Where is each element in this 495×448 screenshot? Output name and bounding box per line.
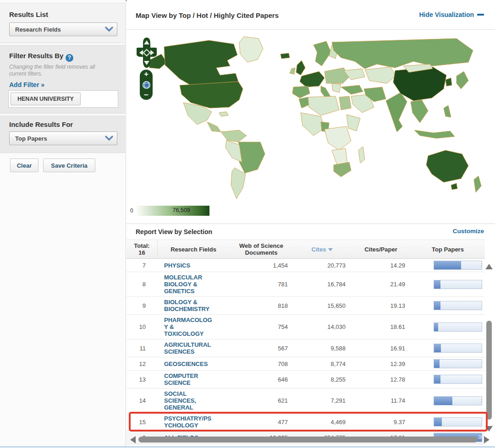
- row-rank: 10: [126, 323, 158, 330]
- zoom-in-button[interactable]: +: [144, 71, 148, 77]
- row-field-link[interactable]: PSYCHIATRY/PS YCHOLOGY: [164, 415, 211, 429]
- top-papers-bar-fill: [434, 344, 441, 352]
- collapse-minus-icon: [477, 14, 484, 16]
- row-field-link[interactable]: SOCIAL SCIENCES, GENERAL: [164, 390, 196, 411]
- top-papers-bar-fill: [434, 375, 440, 383]
- scroll-up-arrow[interactable]: [485, 264, 493, 269]
- row-field-link[interactable]: BIOLOGY & BIOCHEMISTRY: [164, 299, 209, 312]
- row-rank: 9: [126, 302, 158, 309]
- top-papers-bar-label: 2: [481, 398, 482, 403]
- column-header-wos-documents[interactable]: Web of Science Documents: [229, 240, 293, 258]
- row-rank: 15: [126, 419, 158, 426]
- top-papers-bar: [434, 359, 482, 368]
- world-map[interactable]: [136, 32, 487, 202]
- row-cites: 20,773: [293, 262, 351, 269]
- top-papers-bar: [434, 375, 482, 384]
- report-view-title: Report View by Selection: [136, 228, 212, 235]
- row-cites-per-paper: 18.61: [351, 323, 411, 330]
- region-south-america[interactable]: [221, 130, 265, 199]
- column-header-research-fields[interactable]: Research Fields: [158, 240, 229, 258]
- top-papers-bar: 2: [434, 396, 482, 405]
- filter-section: Filter Results By ? Changing the filter …: [0, 45, 125, 114]
- horizontal-scrollbar-thumb[interactable]: [138, 437, 478, 443]
- top-papers-bar-fill: [434, 418, 442, 426]
- column-header-cites[interactable]: Cites: [293, 240, 351, 258]
- row-cites-per-paper: 19.13: [351, 302, 411, 309]
- results-list-dropdown-value: Research Fields: [15, 26, 61, 33]
- region-africa[interactable]: [299, 96, 365, 177]
- region-north-america[interactable]: [148, 37, 263, 132]
- map-pan-control[interactable]: [137, 38, 157, 68]
- legend-min-value: 0: [130, 208, 133, 214]
- row-field-link[interactable]: PHYSICS: [164, 262, 190, 269]
- row-cites-per-paper: 16.91: [351, 345, 411, 352]
- top-papers-bar: [434, 344, 482, 353]
- column-header-cites-per-paper[interactable]: Cites/Paper: [351, 240, 411, 258]
- top-papers-bar-fill: [434, 323, 438, 331]
- top-papers-bar: [434, 280, 482, 289]
- report-view-header: Report View by Selection Customize: [126, 224, 495, 240]
- results-list-dropdown[interactable]: Research Fields: [9, 22, 117, 36]
- row-docs: 754: [229, 323, 293, 330]
- row-cites: 14,030: [293, 323, 351, 330]
- vertical-scrollbar-thumb[interactable]: [486, 321, 492, 420]
- row-rank: 7: [126, 262, 158, 269]
- add-filter-link[interactable]: Add Filter »: [9, 81, 44, 88]
- row-cites-per-paper: 12.39: [351, 361, 411, 367]
- chevron-down-icon: [105, 136, 113, 141]
- region-oceania[interactable]: [426, 150, 481, 192]
- row-docs: 1,454: [229, 262, 293, 269]
- top-papers-bar-label: 3: [481, 262, 482, 268]
- table-row: 8 MOLECULAR BIOLOGY & GENETICS 781 16,78…: [126, 272, 485, 297]
- table-row: 12 GEOSCIENCES 708 8,774 12.39: [126, 357, 485, 371]
- row-field-link[interactable]: GEOSCIENCES: [164, 361, 208, 367]
- row-field-link[interactable]: AGRICULTURAL SCIENCES: [164, 341, 211, 355]
- scroll-right-arrow[interactable]: [484, 436, 490, 443]
- table-row: 7 PHYSICS 1,454 20,773 14.29 3: [126, 259, 485, 272]
- hide-visualization-label[interactable]: Hide Visualization: [419, 11, 474, 18]
- map-legend: 0 76,509: [130, 206, 209, 216]
- include-results-dropdown-value: Top Papers: [15, 135, 47, 142]
- table-row: 14 SOCIAL SCIENCES, GENERAL 621 7,291 11…: [126, 388, 485, 413]
- table-row: 10 PHARMACOLOG Y & TOXICOLOGY 754 14,030…: [126, 315, 485, 339]
- row-field-link[interactable]: MOLECULAR BIOLOGY & GENETICS: [164, 274, 202, 295]
- row-rank: 14: [126, 397, 158, 404]
- row-cites: 15,650: [293, 302, 351, 309]
- active-filter-chip[interactable]: HENAN UNIVERSITY: [11, 93, 81, 105]
- bottom-border-line: [0, 446, 495, 448]
- table-row: 15 PSYCHIATRY/PS YCHOLOGY 477 4,469 9.37: [126, 413, 485, 431]
- top-papers-bar-fill: [434, 301, 440, 310]
- row-field-link[interactable]: COMPUTER SCIENCE: [164, 372, 198, 386]
- column-header-top-papers[interactable]: Top Papers: [411, 240, 485, 258]
- cites-sorted-label[interactable]: Cites: [312, 246, 326, 253]
- row-docs: 818: [229, 302, 293, 309]
- row-docs: 477: [229, 419, 293, 426]
- top-papers-bar: [434, 322, 482, 332]
- hide-visualization-link[interactable]: Hide Visualization: [419, 11, 484, 18]
- legend-gradient-bar: 76,509: [135, 206, 209, 216]
- row-cites: 8,774: [293, 361, 351, 367]
- scroll-left-arrow[interactable]: [130, 436, 136, 443]
- top-papers-bar: [434, 417, 482, 426]
- save-criteria-button[interactable]: Save Criteria: [43, 158, 95, 172]
- globe-reset-icon[interactable]: [143, 81, 150, 89]
- scroll-down-arrow[interactable]: [485, 426, 493, 432]
- row-field-link[interactable]: PHARMACOLOG Y & TOXICOLOGY: [164, 317, 212, 337]
- help-icon[interactable]: ?: [66, 54, 73, 62]
- customize-link[interactable]: Customize: [453, 228, 484, 235]
- include-results-dropdown[interactable]: Top Papers: [9, 131, 117, 145]
- top-papers-bar: 3: [434, 261, 482, 270]
- row-cites-per-paper: 21.49: [351, 281, 411, 288]
- clear-button[interactable]: Clear: [10, 158, 38, 172]
- sort-descending-icon: [328, 248, 333, 251]
- top-papers-bar: [434, 301, 482, 310]
- vertical-scrollbar[interactable]: [485, 260, 493, 436]
- column-header-total: Total: 16: [126, 240, 158, 258]
- horizontal-scrollbar[interactable]: [128, 435, 490, 444]
- report-table-body: 7 PHYSICS 1,454 20,773 14.29 3 8 MOLECUL…: [126, 259, 485, 444]
- results-list-title: Results List: [9, 11, 48, 18]
- zoom-out-button[interactable]: −: [144, 92, 148, 98]
- row-rank: 13: [126, 376, 158, 383]
- sidebar: Results List Research Fields Filter Resu…: [0, 0, 126, 448]
- map-zoom-control[interactable]: + −: [140, 70, 153, 100]
